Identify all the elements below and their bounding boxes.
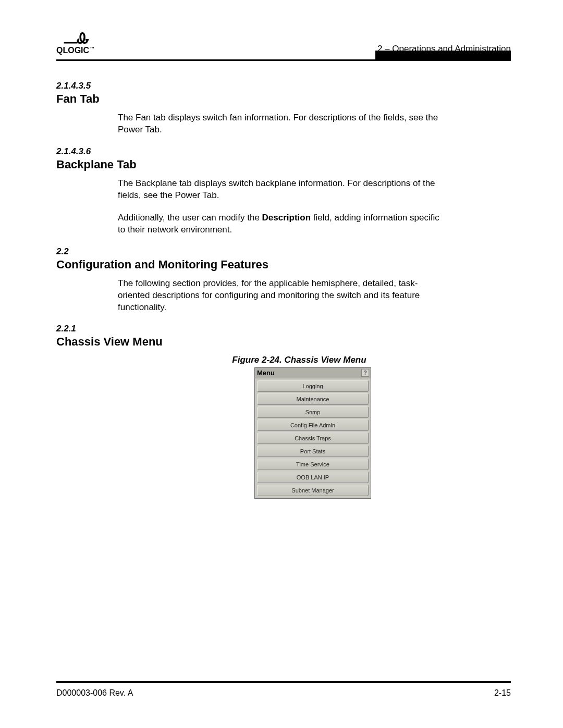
section-number: 2.2 [56, 246, 511, 257]
menu-item-time-service[interactable]: Time Service [257, 459, 369, 470]
logo: ᎗Ꮂ QLOGIC™ [56, 31, 94, 55]
body-paragraph: The Backplane tab displays switch backpl… [118, 178, 444, 202]
menu-item-config-file-admin[interactable]: Config File Admin [257, 419, 369, 431]
body-paragraph: The Fan tab displays switch fan informat… [118, 112, 444, 136]
help-icon[interactable]: ? [361, 369, 369, 377]
page-number: 2-15 [494, 688, 511, 698]
logo-icon: ᎗Ꮂ [63, 31, 88, 46]
menu-item-maintenance[interactable]: Maintenance [257, 393, 369, 405]
menu-item-subnet-manager[interactable]: Subnet Manager [257, 485, 369, 496]
section-number: 2.1.4.3.6 [56, 146, 511, 157]
menu-title-label: Menu [257, 369, 275, 377]
figure-caption: Figure 2-24. Chassis View Menu [88, 355, 511, 365]
menu-item-logging[interactable]: Logging [257, 380, 369, 392]
section-heading-backplane-tab: Backplane Tab [56, 158, 511, 171]
menu-item-port-stats[interactable]: Port Stats [257, 446, 369, 457]
footer-rule [56, 681, 511, 683]
header-black-tab [375, 51, 511, 61]
section-heading-config-monitoring: Configuration and Monitoring Features [56, 258, 511, 272]
logo-text: QLOGIC™ [56, 46, 94, 55]
section-number: 2.1.4.3.5 [56, 81, 511, 91]
menu-item-snmp[interactable]: Snmp [257, 406, 369, 418]
body-paragraph: Additionally, the user can modify the De… [118, 212, 444, 236]
section-heading-fan-tab: Fan Tab [56, 92, 511, 106]
menu-item-oob-lan-ip[interactable]: OOB LAN IP [257, 472, 369, 483]
body-paragraph: The following section provides, for the … [118, 278, 444, 314]
header-rule [56, 59, 375, 61]
menu-item-chassis-traps[interactable]: Chassis Traps [257, 433, 369, 444]
doc-id: D000003-006 Rev. A [56, 688, 133, 698]
chassis-view-menu-widget: Menu ? Logging Maintenance Snmp Config F… [254, 367, 371, 499]
section-number: 2.2.1 [56, 324, 511, 334]
section-heading-chassis-view-menu: Chassis View Menu [56, 335, 511, 349]
